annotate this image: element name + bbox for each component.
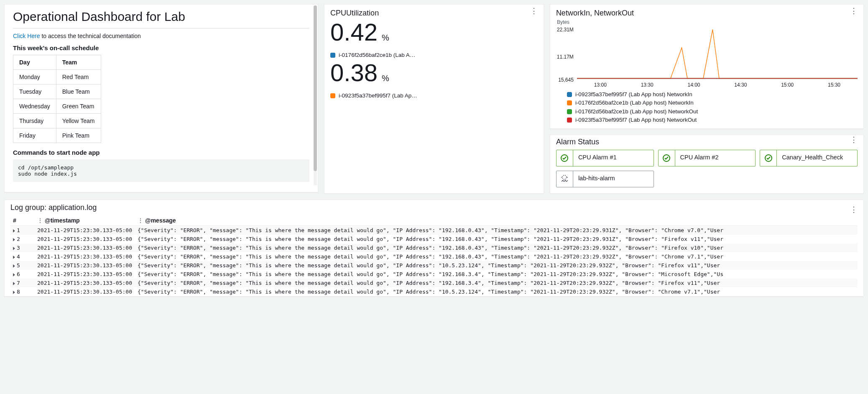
schedule-team: Green Team (56, 99, 101, 114)
network-ylabel: Bytes (557, 19, 858, 25)
alarm-card[interactable]: Canary_Health_Check (760, 150, 858, 166)
expand-icon[interactable] (13, 282, 15, 285)
log-row-msg: {"Severity": "ERROR", "message": "This i… (135, 252, 858, 261)
cpu-legend-label: i-0923f5a37bef995f7 (Lab Ap… (339, 92, 417, 99)
legend-swatch (330, 93, 335, 98)
log-row-num: 6 (10, 270, 35, 279)
schedule-table: Day Team MondayRed TeamTuesdayBlue TeamW… (13, 55, 101, 143)
cpu-legend-row: i-0923f5a37bef995f7 (Lab Ap… (330, 92, 538, 99)
legend-swatch (567, 118, 572, 123)
alarm-label: lab-hits-alarm (573, 171, 620, 187)
log-row-msg: {"Severity": "ERROR", "message": "This i… (135, 261, 858, 270)
alarm-card[interactable]: CPU Alarm #2 (658, 150, 756, 166)
log-row-msg: {"Severity": "ERROR", "message": "This i… (135, 235, 858, 243)
log-row-ts: 2021-11-29T15:23:30.133-05:00 (35, 270, 135, 279)
log-row[interactable]: 12021-11-29T15:23:30.133-05:00{"Severity… (10, 226, 858, 235)
scrollbar[interactable] (314, 5, 317, 185)
log-col-msg[interactable]: ⋮@message (135, 215, 858, 226)
alarm-label: CPU Alarm #1 (573, 150, 622, 166)
alarm-card[interactable]: lab-hits-alarm (556, 171, 654, 187)
log-row-num: 4 (10, 252, 35, 261)
log-row-msg: {"Severity": "ERROR", "message": "This i… (135, 279, 858, 287)
log-row[interactable]: 32021-11-29T15:23:30.133-05:00{"Severity… (10, 243, 858, 252)
insufficient-data-icon (557, 171, 573, 187)
network-chart[interactable]: 22.31M11.17M15,645 (556, 27, 858, 81)
log-row-msg: {"Severity": "ERROR", "message": "This i… (135, 287, 858, 296)
cpu-value: 0.42 (330, 18, 378, 46)
alarm-title: Alarm Status (556, 138, 599, 146)
schedule-row: WednesdayGreen Team (13, 99, 101, 114)
alarm-card[interactable]: CPU Alarm #1 (556, 150, 654, 166)
alarm-label: CPU Alarm #2 (675, 150, 724, 166)
log-col-ts[interactable]: ⋮@timestamp (35, 215, 135, 226)
network-legend-row: i-0923f5a37bef995f7 (Lab App host) Netwo… (567, 116, 858, 124)
check-circle-icon (659, 150, 675, 166)
expand-icon[interactable] (13, 238, 15, 241)
schedule-team: Blue Team (56, 84, 101, 99)
network-legend-label: i-0176f2d56baf2ce1b (Lab App host) Netwo… (575, 99, 694, 107)
expand-icon[interactable] (13, 273, 15, 276)
log-row-ts: 2021-11-29T15:23:30.133-05:00 (35, 287, 135, 296)
log-row-msg: {"Severity": "ERROR", "message": "This i… (135, 226, 858, 235)
network-menu-icon[interactable] (850, 9, 858, 13)
doc-link[interactable]: Click Here (13, 33, 40, 39)
cpu-menu-icon[interactable] (530, 9, 538, 13)
network-legend-row: i-0923f5a37bef995f7 (Lab App host) Netwo… (567, 90, 858, 99)
cpu-unit: % (382, 33, 389, 42)
alarm-menu-icon[interactable] (850, 138, 858, 142)
log-row[interactable]: 62021-11-29T15:23:30.133-05:00{"Severity… (10, 270, 858, 279)
log-row-ts: 2021-11-29T15:23:30.133-05:00 (35, 279, 135, 287)
log-row-ts: 2021-11-29T15:23:30.133-05:00 (35, 235, 135, 243)
log-row-num: 2 (10, 235, 35, 243)
log-row-ts: 2021-11-29T15:23:30.133-05:00 (35, 252, 135, 261)
cpu-legend-label: i-0176f2d56baf2ce1b (Lab A… (339, 52, 415, 58)
x-tick: 14:00 (687, 82, 700, 88)
alarm-label: Canary_Health_Check (777, 150, 848, 166)
expand-icon[interactable] (13, 229, 15, 233)
x-tick: 13:30 (641, 82, 654, 88)
log-row[interactable]: 72021-11-29T15:23:30.133-05:00{"Severity… (10, 279, 858, 287)
schedule-team: Red Team (56, 70, 101, 84)
schedule-row: MondayRed Team (13, 70, 101, 84)
log-row-num: 7 (10, 279, 35, 287)
log-row-msg: {"Severity": "ERROR", "message": "This i… (135, 270, 858, 279)
x-tick: 14:30 (734, 82, 747, 88)
network-legend-row: i-0176f2d56baf2ce1b (Lab App host) Netwo… (567, 99, 858, 107)
log-row[interactable]: 42021-11-29T15:23:30.133-05:00{"Severity… (10, 252, 858, 261)
expand-icon[interactable] (13, 264, 15, 268)
doc-panel: Operational Dashboard for Lab Click Here… (4, 4, 318, 192)
log-title: Log group: application.log (10, 203, 97, 212)
schedule-day: Tuesday (13, 84, 56, 99)
cpu-legend-row: i-0176f2d56baf2ce1b (Lab A… (330, 52, 538, 58)
log-col-num[interactable]: # (10, 215, 35, 226)
schedule-row: FridayPink Team (13, 128, 101, 143)
schedule-team: Pink Team (56, 128, 101, 143)
network-legend-label: i-0923f5a37bef995f7 (Lab App host) Netwo… (575, 116, 697, 124)
log-row-ts: 2021-11-29T15:23:30.133-05:00 (35, 261, 135, 270)
page-title: Operational Dashboard for Lab (13, 10, 309, 24)
log-row-ts: 2021-11-29T15:23:30.133-05:00 (35, 243, 135, 252)
schedule-col-day: Day (13, 55, 56, 70)
expand-icon[interactable] (13, 247, 15, 250)
expand-icon[interactable] (13, 256, 15, 259)
log-row-num: 1 (10, 226, 35, 235)
schedule-col-team: Team (56, 55, 101, 70)
schedule-day: Friday (13, 128, 56, 143)
cpu-title: CPUUtilization (330, 9, 379, 18)
legend-swatch (567, 92, 572, 97)
log-menu-icon[interactable] (850, 207, 858, 212)
legend-swatch (330, 53, 335, 58)
network-legend-label: i-0923f5a37bef995f7 (Lab App host) Netwo… (575, 90, 692, 99)
network-panel: NetworkIn, NetworkOut Bytes 22.31M11.17M… (550, 4, 864, 129)
log-row[interactable]: 82021-11-29T15:23:30.133-05:00{"Severity… (10, 287, 858, 296)
log-row-num: 5 (10, 261, 35, 270)
network-legend-row: i-0176f2d56baf2ce1b (Lab App host) Netwo… (567, 107, 858, 116)
cpu-panel: CPUUtilization 0.42 % i-0176f2d56baf2ce1… (324, 4, 544, 194)
cpu-value: 0.38 (330, 59, 378, 86)
log-row[interactable]: 52021-11-29T15:23:30.133-05:00{"Severity… (10, 261, 858, 270)
log-row[interactable]: 22021-11-29T15:23:30.133-05:00{"Severity… (10, 235, 858, 243)
x-tick: 15:30 (828, 82, 840, 88)
expand-icon[interactable] (13, 291, 15, 294)
log-row-num: 3 (10, 243, 35, 252)
svg-point-3 (562, 175, 567, 179)
